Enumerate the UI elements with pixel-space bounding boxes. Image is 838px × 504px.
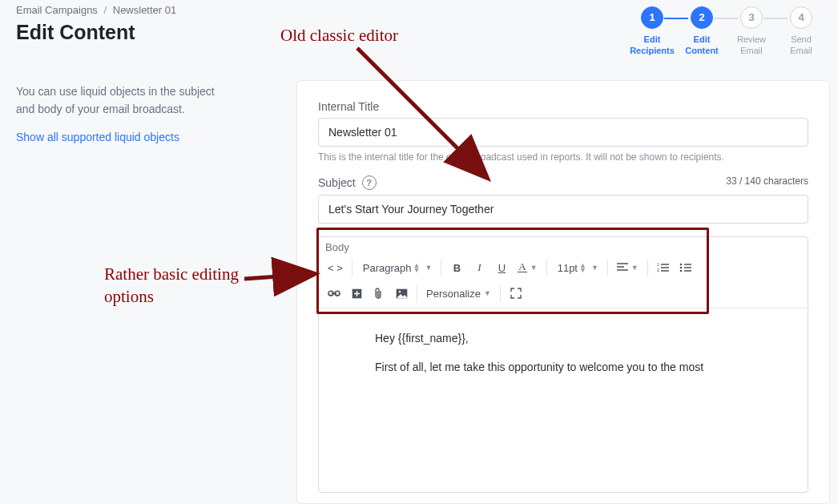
step-number: 1 [641, 6, 663, 29]
internal-title-hint: This is the internal title for the email… [318, 151, 808, 163]
breadcrumb-leaf: Newsletter 01 [113, 4, 176, 16]
code-view-button[interactable]: < > [324, 256, 347, 279]
font-size-dropdown[interactable]: 11pt▲▼▼ [552, 256, 602, 279]
italic-button[interactable]: I [469, 256, 490, 279]
link-icon [328, 289, 340, 297]
align-button[interactable]: ▼ [613, 256, 643, 279]
body-label: Body [319, 237, 808, 253]
annotation-basic-editing: Rather basic editing options [104, 263, 264, 308]
body-textarea[interactable]: Hey {{first_name}}, First of all, let me… [319, 308, 808, 409]
personalize-dropdown[interactable]: Personalize▼ [422, 282, 495, 304]
breadcrumb-separator: / [104, 4, 107, 16]
step-edit-content[interactable]: 2 EditContent [677, 6, 727, 57]
bold-button[interactable]: B [446, 256, 467, 279]
svg-text:2: 2 [657, 268, 659, 272]
ordered-list-button[interactable]: 12 [653, 256, 674, 279]
fullscreen-icon [510, 288, 522, 299]
unordered-list-button[interactable] [675, 256, 696, 279]
step-edit-recipients[interactable]: 1 EditRecipients [627, 6, 677, 57]
body-editor: Body < > Paragraph▲▼▼ B I U A▼ 11pt▲▼▼ ▼… [318, 236, 808, 493]
internal-title-input[interactable] [318, 118, 808, 147]
internal-title-label: Internal Title [318, 100, 808, 113]
liquid-objects-link[interactable]: Show all supported liquid objects [16, 129, 216, 147]
plus-square-icon [352, 288, 362, 299]
svg-point-4 [680, 270, 683, 272]
page-title: Edit Content [16, 21, 593, 44]
subject-char-count: 33 / 140 characters [726, 175, 808, 187]
step-number: 3 [740, 6, 763, 29]
editor-toolbar: < > Paragraph▲▼▼ B I U A▼ 11pt▲▼▼ ▼ 12 [319, 253, 808, 308]
subject-help-icon[interactable]: ? [362, 175, 377, 190]
paperclip-icon [375, 288, 383, 300]
link-button[interactable] [324, 282, 344, 304]
underline-button[interactable]: U [491, 256, 512, 279]
attachment-button[interactable] [369, 282, 389, 304]
svg-text:1: 1 [657, 263, 659, 267]
step-number: 2 [691, 6, 713, 29]
body-line-2: First of all, let me take this opportuni… [375, 358, 751, 376]
image-icon [396, 288, 408, 299]
text-color-button[interactable]: A▼ [514, 256, 541, 279]
image-button[interactable] [391, 282, 412, 304]
step-number: 4 [790, 6, 812, 29]
svg-point-2 [680, 264, 683, 266]
insert-button[interactable] [346, 282, 367, 304]
subject-label: Subject [318, 176, 356, 189]
breadcrumb-root[interactable]: Email Campaigns [16, 4, 98, 16]
body-line-1: Hey {{first_name}}, [375, 329, 751, 347]
help-text: You can use liquid objects in the subjec… [16, 83, 216, 118]
svg-point-9 [398, 290, 401, 292]
block-format-dropdown[interactable]: Paragraph▲▼▼ [357, 256, 437, 279]
subject-input[interactable] [318, 195, 808, 224]
step-send-email[interactable]: 4 SendEmail [776, 6, 826, 57]
content-form-panel: Internal Title This is the internal titl… [296, 80, 830, 504]
progress-stepper: 1 EditRecipients 2 EditContent 3 ReviewE… [627, 6, 826, 57]
ordered-list-icon: 12 [657, 263, 669, 272]
breadcrumb: Email Campaigns / Newsletter 01 [16, 4, 593, 16]
align-left-icon [617, 263, 628, 272]
unordered-list-icon [679, 263, 691, 272]
step-review-email[interactable]: 3 ReviewEmail [727, 6, 776, 57]
svg-point-3 [680, 267, 683, 269]
fullscreen-button[interactable] [506, 282, 526, 304]
